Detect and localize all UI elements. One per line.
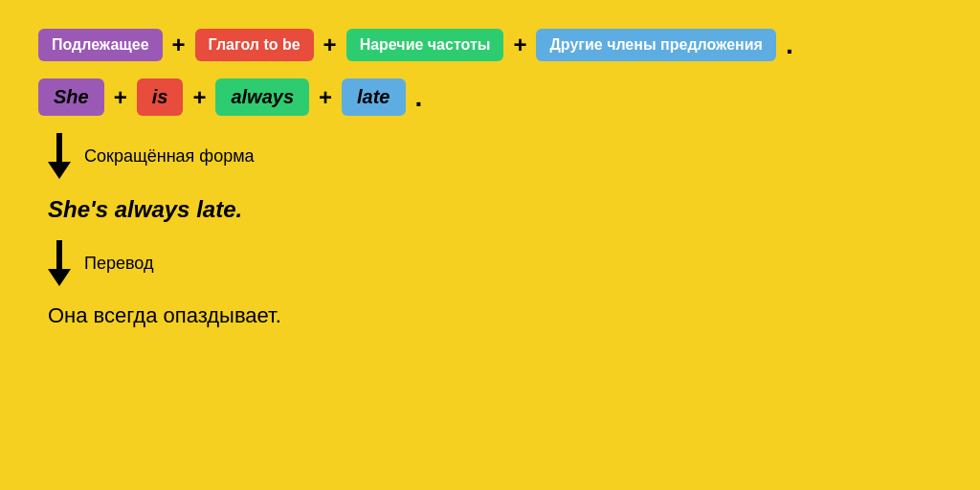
plus-4: + <box>114 84 127 111</box>
short-form-label: Сокращённая форма <box>84 146 255 167</box>
plus-2: + <box>323 32 337 58</box>
example-row: She + is + always + late . <box>38 78 942 116</box>
dot-1: . <box>786 30 793 60</box>
formula-row: Подлежащее + Глагол to be + Наречие част… <box>38 29 942 61</box>
tag-other: Другие члены предложения <box>536 29 776 61</box>
plus-6: + <box>319 84 332 111</box>
main-container: Подлежащее + Глагол to be + Наречие част… <box>38 29 942 328</box>
translation-label: Перевод <box>84 254 153 274</box>
plus-3: + <box>513 32 526 58</box>
tag-subject: Подлежащее <box>38 29 163 61</box>
dot-2: . <box>415 82 423 113</box>
word-she: She <box>38 78 104 116</box>
tag-adverb: Наречие частоты <box>346 29 504 61</box>
word-late: late <box>342 78 405 116</box>
down-arrow-1 <box>48 133 71 179</box>
plus-1: + <box>172 32 186 58</box>
word-is: is <box>137 78 184 116</box>
plus-5: + <box>192 84 206 111</box>
word-always: always <box>215 78 309 116</box>
translation-text: Она всегда опаздывает. <box>48 303 942 328</box>
down-arrow-2 <box>48 240 71 286</box>
arrow1-row: Сокращённая форма <box>48 133 942 179</box>
tag-verb-be: Глагол to be <box>195 29 314 61</box>
short-form-text: She's always late. <box>48 196 942 223</box>
arrow2-row: Перевод <box>48 240 942 286</box>
